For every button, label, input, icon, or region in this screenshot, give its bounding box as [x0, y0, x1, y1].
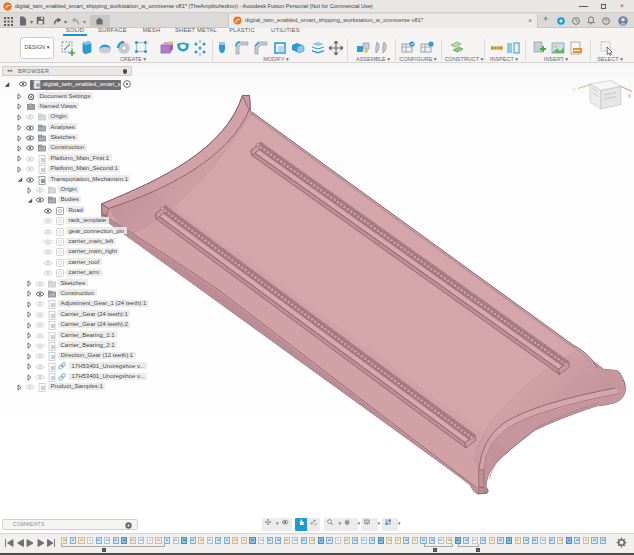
- svg-text:?: ?: [605, 18, 608, 24]
- svg-text:Y: Y: [573, 88, 576, 93]
- svg-text:X: X: [628, 94, 631, 99]
